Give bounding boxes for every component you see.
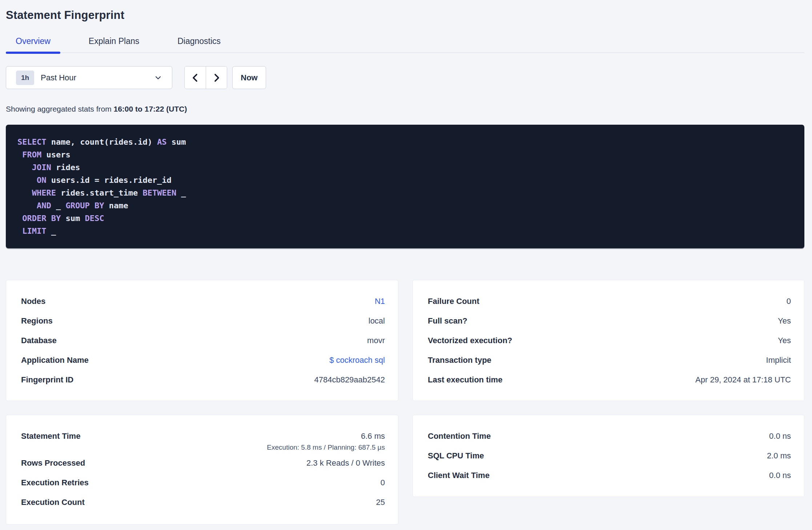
row-label: Transaction type [428,356,491,365]
statement-timing-card: Statement Time 6.6 ms Execution: 5.8 ms … [6,415,398,525]
chevron-left-icon [191,73,200,83]
row-label: Vectorized execution? [428,336,512,345]
stats-cards: Nodes N1 Regions local Database movr App… [6,280,804,525]
row-label: SQL CPU Time [428,451,484,461]
wait-time-card: Contention Time 0.0 ns SQL CPU Time 2.0 … [413,415,804,497]
row-value: 6.6 ms [361,431,385,441]
detail-row-client-wait-time: Client Wait Time 0.0 ns [428,466,791,485]
nodes-link[interactable]: N1 [375,297,385,306]
sql-line: JOIN rides [17,161,793,174]
detail-row-statement-time: Statement Time 6.6 ms [21,426,385,446]
detail-row-fingerprint-id: Fingerprint ID 4784cb829aab2542 [21,370,385,390]
sql-code: SELECT name, count(rides.id) AS sum FROM… [17,136,793,237]
interval-nav-group [184,66,227,89]
row-label: Rows Processed [21,458,85,468]
detail-row-transaction-type: Transaction type Implicit [428,350,791,370]
statement-time-breakdown: Execution: 5.8 ms / Planning: 687.5 µs [21,443,385,453]
row-label: Database [21,336,57,345]
row-label: Client Wait Time [428,471,490,480]
detail-row-vectorized: Vectorized execution? Yes [428,331,791,350]
row-label: Execution Count [21,498,85,507]
sql-line: ORDER BY sum DESC [17,212,793,225]
time-range-dropdown[interactable]: 1h Past Hour [6,66,172,89]
time-controls: 1h Past Hour [6,66,804,89]
row-label: Statement Time [21,431,80,441]
row-label: Failure Count [428,297,479,306]
detail-row-execution-count: Execution Count 25 [21,493,385,512]
detail-row-contention-time: Contention Time 0.0 ns [428,426,791,446]
sql-statement-box: SELECT name, count(rides.id) AS sum FROM… [6,125,804,248]
row-value: Apr 29, 2024 at 17:18 UTC [695,375,791,385]
detail-row-nodes: Nodes N1 [21,292,385,311]
chevron-right-icon [212,73,221,83]
sql-line: ON users.id = rides.rider_id [17,174,793,186]
sql-line: LIMIT _ [17,225,793,237]
sql-line: SELECT name, count(rides.id) AS sum [17,136,793,148]
application-name-link[interactable]: $ cockroach sql [329,356,385,365]
row-label: Regions [21,316,53,326]
statement-fingerprint-page: Statement Fingerprint Overview Explain P… [0,0,812,530]
row-value: Implicit [766,356,791,365]
aggregated-stats-text: Showing aggregated stats from 16:00 to 1… [6,104,804,114]
row-label: Last execution time [428,375,502,385]
detail-row-execution-retries: Execution Retries 0 [21,473,385,493]
detail-row-regions: Regions local [21,311,385,331]
chevron-down-icon [154,73,162,82]
row-label: Contention Time [428,431,491,441]
tab-diagnostics[interactable]: Diagnostics [168,36,230,52]
execution-attributes-card: Failure Count 0 Full scan? Yes Vectorize… [413,280,804,401]
tab-explain-plans[interactable]: Explain Plans [79,36,149,52]
row-value: 0.0 ns [769,471,791,480]
row-value: 4784cb829aab2542 [314,375,385,385]
detail-row-rows-processed: Rows Processed 2.3 k Reads / 0 Writes [21,453,385,473]
aggregated-stats-range: 16:00 to 17:22 (UTC) [114,105,187,113]
statement-details-card: Nodes N1 Regions local Database movr App… [6,280,398,401]
row-value: Yes [778,336,791,345]
now-button[interactable]: Now [232,66,266,89]
detail-row-sql-cpu-time: SQL CPU Time 2.0 ms [428,446,791,466]
sql-line: AND _ GROUP BY name [17,199,793,212]
row-label: Execution Retries [21,478,89,487]
row-label: Application Name [21,356,89,365]
aggregated-stats-prefix: Showing aggregated stats from [6,105,114,113]
tab-overview[interactable]: Overview [6,36,60,52]
detail-row-full-scan: Full scan? Yes [428,311,791,331]
row-value: 0.0 ns [769,431,791,441]
row-value: Yes [778,316,791,326]
row-value: 0 [787,297,791,306]
time-range-label: Past Hour [41,73,154,83]
row-label: Fingerprint ID [21,375,73,385]
sql-line: WHERE rides.start_time BETWEEN _ [17,186,793,199]
row-value: local [369,316,385,326]
detail-row-last-execution: Last execution time Apr 29, 2024 at 17:1… [428,370,791,390]
row-value: 25 [376,498,385,507]
tab-bar: Overview Explain Plans Diagnostics [6,36,804,53]
row-label: Nodes [21,297,45,306]
next-interval-button[interactable] [206,67,227,89]
page-title: Statement Fingerprint [6,9,804,22]
prev-interval-button[interactable] [185,67,206,89]
detail-row-failure-count: Failure Count 0 [428,292,791,311]
row-value: 2.0 ms [767,451,791,461]
row-value: 0 [381,478,385,487]
time-range-badge: 1h [16,71,34,85]
row-label: Full scan? [428,316,467,326]
sql-line: FROM users [17,148,793,161]
row-value: movr [367,336,385,345]
detail-row-database: Database movr [21,331,385,350]
row-value: 2.3 k Reads / 0 Writes [306,458,385,468]
detail-row-application-name: Application Name $ cockroach sql [21,350,385,370]
